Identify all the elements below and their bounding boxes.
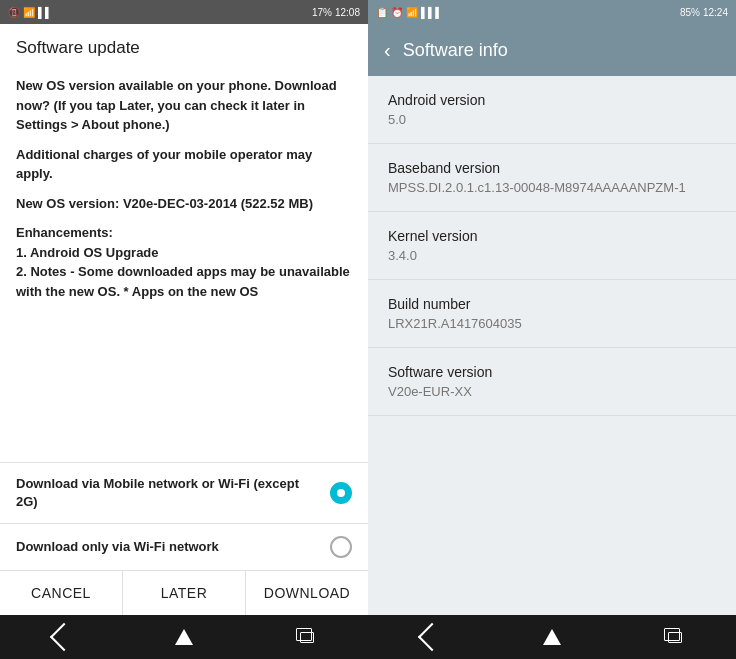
radio-mobile-network[interactable]: Download via Mobile network or Wi-Fi (ex… xyxy=(0,462,368,523)
left-home-button[interactable] xyxy=(164,617,204,657)
baseband-version-item: Baseband version MPSS.DI.2.0.1.c1.13-000… xyxy=(368,144,736,212)
software-version-label: Software version xyxy=(388,364,716,380)
mute-icon: 📵 xyxy=(8,7,20,18)
right-nav-bar xyxy=(368,615,736,659)
build-number-item: Build number LRX21R.A1417604035 xyxy=(368,280,736,348)
radio-wifi-only-label: Download only via Wi-Fi network xyxy=(16,538,318,556)
baseband-version-label: Baseband version xyxy=(388,160,716,176)
right-clock: 12:24 xyxy=(703,7,728,18)
android-version-item: Android version 5.0 xyxy=(368,76,736,144)
dialog-text-2: Additional charges of your mobile operat… xyxy=(16,145,352,184)
software-info-list: Android version 5.0 Baseband version MPS… xyxy=(368,76,736,615)
left-status-bar: 📵 📶 ▌▌ 17% 12:08 xyxy=(0,0,368,24)
baseband-version-value: MPSS.DI.2.0.1.c1.13-00048-M8974AAAAANPZM… xyxy=(388,180,716,195)
software-version-value: V20e-EUR-XX xyxy=(388,384,716,399)
back-icon xyxy=(50,623,78,651)
radio-mobile-network-btn[interactable] xyxy=(330,482,352,504)
right-battery-time: 85% 12:24 xyxy=(680,7,728,18)
build-number-value: LRX21R.A1417604035 xyxy=(388,316,716,331)
dialog-text-3: New OS version: V20e-DEC-03-2014 (522.52… xyxy=(16,194,352,214)
back-arrow-icon[interactable]: ‹ xyxy=(384,39,391,62)
radio-mobile-network-label: Download via Mobile network or Wi-Fi (ex… xyxy=(16,475,318,511)
software-version-item: Software version V20e-EUR-XX xyxy=(368,348,736,416)
home-icon xyxy=(175,629,193,645)
right-signal-icon: ▌▌▌ xyxy=(421,7,442,18)
software-info-header: ‹ Software info xyxy=(368,24,736,76)
later-button[interactable]: Later xyxy=(123,571,246,615)
android-version-value: 5.0 xyxy=(388,112,716,127)
recents-icon xyxy=(300,632,314,643)
software-update-dialog: Software update New OS version available… xyxy=(0,24,368,615)
dialog-body: New OS version available on your phone. … xyxy=(0,68,368,462)
right-back-button[interactable] xyxy=(409,617,449,657)
right-status-icons: 📋 ⏰ 📶 ▌▌▌ xyxy=(376,7,442,18)
dialog-text-1: New OS version available on your phone. … xyxy=(16,76,352,135)
right-home-icon xyxy=(543,629,561,645)
dialog-title: Software update xyxy=(0,24,368,68)
right-home-button[interactable] xyxy=(532,617,572,657)
right-recents-button[interactable] xyxy=(655,617,695,657)
left-nav-bar xyxy=(0,615,368,659)
software-info-title: Software info xyxy=(403,40,508,61)
software-info-panel: ‹ Software info Android version 5.0 Base… xyxy=(368,24,736,615)
left-battery-time: 17% 12:08 xyxy=(312,7,360,18)
signal-icon: ▌▌ xyxy=(38,7,52,18)
right-recents-icon xyxy=(668,632,682,643)
radio-wifi-only-btn[interactable] xyxy=(330,536,352,558)
right-status-bar: 📋 ⏰ 📶 ▌▌▌ 85% 12:24 xyxy=(368,0,736,24)
radio-wifi-only[interactable]: Download only via Wi-Fi network xyxy=(0,523,368,570)
left-clock: 12:08 xyxy=(335,7,360,18)
android-version-label: Android version xyxy=(388,92,716,108)
right-back-icon xyxy=(418,623,446,651)
software-update-panel: Software update New OS version available… xyxy=(0,24,368,615)
kernel-version-value: 3.4.0 xyxy=(388,248,716,263)
battery-percent-left: 17% xyxy=(312,7,332,18)
battery-percent-right: 85% xyxy=(680,7,700,18)
cancel-button[interactable]: Cancel xyxy=(0,571,123,615)
kernel-version-label: Kernel version xyxy=(388,228,716,244)
left-back-button[interactable] xyxy=(41,617,81,657)
right-wifi-icon: 📶 xyxy=(406,7,418,18)
clipboard-icon: 📋 xyxy=(376,7,388,18)
wifi-icon: 📶 xyxy=(23,7,35,18)
dialog-actions: Cancel Later Download xyxy=(0,570,368,615)
download-button[interactable]: Download xyxy=(246,571,368,615)
left-recents-button[interactable] xyxy=(287,617,327,657)
alarm-icon: ⏰ xyxy=(391,7,403,18)
build-number-label: Build number xyxy=(388,296,716,312)
kernel-version-item: Kernel version 3.4.0 xyxy=(368,212,736,280)
left-status-icons: 📵 📶 ▌▌ xyxy=(8,7,52,18)
dialog-text-4: Enhancements: 1. Android OS Upgrade 2. N… xyxy=(16,223,352,301)
